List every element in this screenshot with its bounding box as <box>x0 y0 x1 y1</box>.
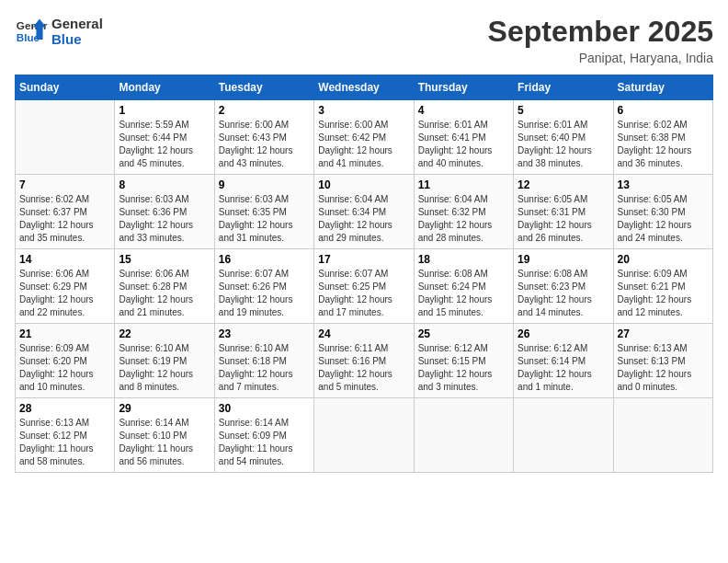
weekday-header: Wednesday <box>314 75 414 100</box>
day-info: Sunrise: 6:14 AM Sunset: 6:09 PM Dayligh… <box>219 417 310 468</box>
calendar-cell: 4Sunrise: 6:01 AM Sunset: 6:41 PM Daylig… <box>414 100 513 175</box>
logo-icon: General Blue <box>15 15 48 48</box>
day-info: Sunrise: 6:13 AM Sunset: 6:12 PM Dayligh… <box>19 417 110 468</box>
day-info: Sunrise: 6:05 AM Sunset: 6:30 PM Dayligh… <box>618 193 709 245</box>
calendar-cell: 17Sunrise: 6:07 AM Sunset: 6:25 PM Dayli… <box>314 249 414 324</box>
calendar-cell: 9Sunrise: 6:03 AM Sunset: 6:35 PM Daylig… <box>214 175 313 249</box>
day-number: 17 <box>318 253 409 266</box>
day-info: Sunrise: 6:02 AM Sunset: 6:38 PM Dayligh… <box>618 119 709 170</box>
calendar-cell: 5Sunrise: 6:01 AM Sunset: 6:40 PM Daylig… <box>514 100 613 175</box>
calendar-cell: 20Sunrise: 6:09 AM Sunset: 6:21 PM Dayli… <box>613 249 712 324</box>
day-number: 16 <box>219 253 310 266</box>
day-info: Sunrise: 6:01 AM Sunset: 6:40 PM Dayligh… <box>518 119 609 170</box>
day-number: 8 <box>119 178 210 191</box>
day-number: 3 <box>318 104 409 117</box>
day-info: Sunrise: 6:08 AM Sunset: 6:24 PM Dayligh… <box>418 268 509 319</box>
calendar-body: 1Sunrise: 5:59 AM Sunset: 6:44 PM Daylig… <box>16 100 713 473</box>
calendar-week-row: 28Sunrise: 6:13 AM Sunset: 6:12 PM Dayli… <box>16 398 713 473</box>
day-info: Sunrise: 6:03 AM Sunset: 6:36 PM Dayligh… <box>119 193 210 245</box>
calendar-cell: 6Sunrise: 6:02 AM Sunset: 6:38 PM Daylig… <box>613 100 712 175</box>
day-number: 26 <box>518 327 609 340</box>
calendar-cell: 10Sunrise: 6:04 AM Sunset: 6:34 PM Dayli… <box>314 175 414 249</box>
location: Panipat, Haryana, India <box>488 51 713 65</box>
day-info: Sunrise: 6:06 AM Sunset: 6:28 PM Dayligh… <box>119 268 210 319</box>
day-info: Sunrise: 6:06 AM Sunset: 6:29 PM Dayligh… <box>19 268 110 319</box>
day-number: 7 <box>19 178 110 191</box>
day-info: Sunrise: 6:00 AM Sunset: 6:42 PM Dayligh… <box>318 119 409 170</box>
calendar-cell: 21Sunrise: 6:09 AM Sunset: 6:20 PM Dayli… <box>16 324 115 398</box>
calendar-cell <box>314 398 414 473</box>
day-number: 1 <box>119 104 210 117</box>
day-number: 30 <box>219 402 310 415</box>
calendar-cell: 14Sunrise: 6:06 AM Sunset: 6:29 PM Dayli… <box>16 249 115 324</box>
day-info: Sunrise: 6:09 AM Sunset: 6:21 PM Dayligh… <box>618 268 709 319</box>
day-number: 21 <box>19 327 110 340</box>
calendar-cell: 16Sunrise: 6:07 AM Sunset: 6:26 PM Dayli… <box>214 249 313 324</box>
day-info: Sunrise: 6:14 AM Sunset: 6:10 PM Dayligh… <box>119 417 210 468</box>
day-number: 18 <box>418 253 509 266</box>
day-number: 28 <box>19 402 110 415</box>
day-number: 6 <box>618 104 709 117</box>
calendar-cell: 30Sunrise: 6:14 AM Sunset: 6:09 PM Dayli… <box>214 398 313 473</box>
day-info: Sunrise: 6:02 AM Sunset: 6:37 PM Dayligh… <box>19 193 110 245</box>
day-info: Sunrise: 6:01 AM Sunset: 6:41 PM Dayligh… <box>418 119 509 170</box>
calendar-cell: 23Sunrise: 6:10 AM Sunset: 6:18 PM Dayli… <box>214 324 313 398</box>
day-number: 23 <box>219 327 310 340</box>
calendar-week-row: 1Sunrise: 5:59 AM Sunset: 6:44 PM Daylig… <box>16 100 713 175</box>
day-number: 10 <box>318 178 409 191</box>
day-info: Sunrise: 6:10 AM Sunset: 6:18 PM Dayligh… <box>219 342 310 394</box>
day-number: 15 <box>119 253 210 266</box>
day-number: 19 <box>518 253 609 266</box>
weekday-header: Saturday <box>613 75 712 100</box>
day-number: 25 <box>418 327 509 340</box>
day-info: Sunrise: 6:12 AM Sunset: 6:15 PM Dayligh… <box>418 342 509 394</box>
calendar-cell: 8Sunrise: 6:03 AM Sunset: 6:36 PM Daylig… <box>115 175 214 249</box>
month-title: September 2025 <box>488 15 713 49</box>
day-number: 12 <box>518 178 609 191</box>
day-number: 29 <box>119 402 210 415</box>
calendar-header: SundayMondayTuesdayWednesdayThursdayFrid… <box>16 75 713 100</box>
day-info: Sunrise: 6:07 AM Sunset: 6:26 PM Dayligh… <box>219 268 310 319</box>
day-info: Sunrise: 6:04 AM Sunset: 6:34 PM Dayligh… <box>318 193 409 245</box>
weekday-header: Sunday <box>16 75 115 100</box>
calendar-week-row: 21Sunrise: 6:09 AM Sunset: 6:20 PM Dayli… <box>16 324 713 398</box>
day-info: Sunrise: 6:04 AM Sunset: 6:32 PM Dayligh… <box>418 193 509 245</box>
day-number: 22 <box>119 327 210 340</box>
day-info: Sunrise: 6:08 AM Sunset: 6:23 PM Dayligh… <box>518 268 609 319</box>
day-info: Sunrise: 6:11 AM Sunset: 6:16 PM Dayligh… <box>318 342 409 394</box>
calendar-cell: 19Sunrise: 6:08 AM Sunset: 6:23 PM Dayli… <box>514 249 613 324</box>
weekday-header: Friday <box>514 75 613 100</box>
day-info: Sunrise: 6:09 AM Sunset: 6:20 PM Dayligh… <box>19 342 110 394</box>
day-number: 4 <box>418 104 509 117</box>
calendar-cell: 29Sunrise: 6:14 AM Sunset: 6:10 PM Dayli… <box>115 398 214 473</box>
day-info: Sunrise: 5:59 AM Sunset: 6:44 PM Dayligh… <box>119 119 210 170</box>
calendar-cell: 26Sunrise: 6:12 AM Sunset: 6:14 PM Dayli… <box>514 324 613 398</box>
day-number: 13 <box>618 178 709 191</box>
weekday-header: Monday <box>115 75 214 100</box>
calendar-cell <box>514 398 613 473</box>
day-info: Sunrise: 6:05 AM Sunset: 6:31 PM Dayligh… <box>518 193 609 245</box>
day-number: 20 <box>618 253 709 266</box>
day-number: 27 <box>618 327 709 340</box>
calendar-cell: 22Sunrise: 6:10 AM Sunset: 6:19 PM Dayli… <box>115 324 214 398</box>
day-number: 2 <box>219 104 310 117</box>
day-number: 24 <box>318 327 409 340</box>
calendar-cell: 28Sunrise: 6:13 AM Sunset: 6:12 PM Dayli… <box>16 398 115 473</box>
calendar-cell: 2Sunrise: 6:00 AM Sunset: 6:43 PM Daylig… <box>214 100 313 175</box>
calendar-cell: 18Sunrise: 6:08 AM Sunset: 6:24 PM Dayli… <box>414 249 513 324</box>
page-header: General Blue General Blue September 2025… <box>15 15 713 65</box>
day-number: 9 <box>219 178 310 191</box>
title-block: September 2025 Panipat, Haryana, India <box>488 15 713 65</box>
day-info: Sunrise: 6:03 AM Sunset: 6:35 PM Dayligh… <box>219 193 310 245</box>
calendar-week-row: 14Sunrise: 6:06 AM Sunset: 6:29 PM Dayli… <box>16 249 713 324</box>
day-info: Sunrise: 6:00 AM Sunset: 6:43 PM Dayligh… <box>219 119 310 170</box>
weekday-header: Tuesday <box>214 75 313 100</box>
calendar-cell: 3Sunrise: 6:00 AM Sunset: 6:42 PM Daylig… <box>314 100 414 175</box>
calendar-cell <box>414 398 513 473</box>
day-info: Sunrise: 6:07 AM Sunset: 6:25 PM Dayligh… <box>318 268 409 319</box>
calendar-cell: 27Sunrise: 6:13 AM Sunset: 6:13 PM Dayli… <box>613 324 712 398</box>
logo: General Blue General Blue <box>15 15 103 48</box>
weekday-header: Thursday <box>414 75 513 100</box>
calendar-table: SundayMondayTuesdayWednesdayThursdayFrid… <box>15 75 713 473</box>
calendar-week-row: 7Sunrise: 6:02 AM Sunset: 6:37 PM Daylig… <box>16 175 713 249</box>
